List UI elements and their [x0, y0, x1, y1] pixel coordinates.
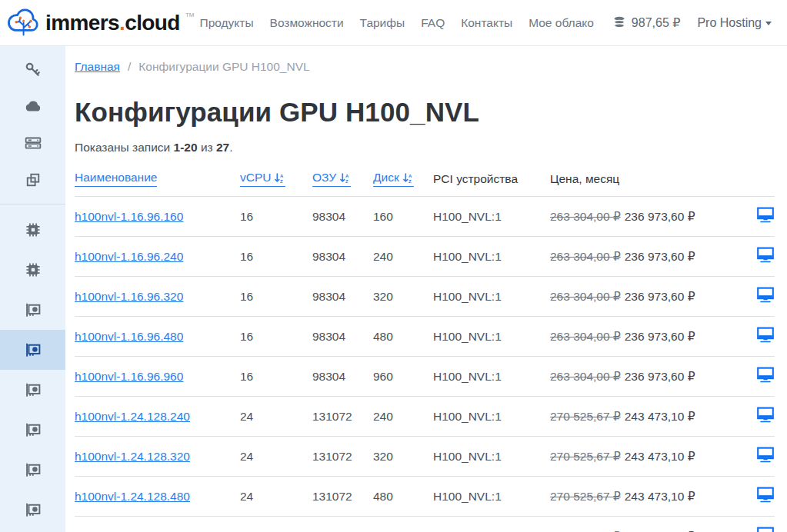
vcpu-cell: 16: [240, 197, 312, 237]
config-name-link[interactable]: h100nvl-1.24.128.240: [75, 410, 190, 423]
vcpu-cell: 16: [240, 317, 312, 357]
sort-link[interactable]: ДискAZ: [373, 171, 414, 187]
new-price: 236 973,60 ₽: [625, 290, 695, 303]
launch-config-button[interactable]: [756, 247, 775, 263]
price-cell: 523 432,67 ₽471 089,40 ₽: [550, 517, 755, 532]
svg-text:A: A: [409, 174, 412, 178]
ram-cell: 98304: [312, 197, 373, 237]
column-label: vCPU: [240, 171, 271, 185]
new-price: 243 473,10 ₽: [625, 450, 695, 463]
sidebar-item-gpu-card[interactable]: [0, 330, 65, 370]
table-row: h100nvl-1.24.128.24024131072240H100_NVL:…: [75, 397, 775, 437]
svg-text:A: A: [281, 174, 285, 178]
price-cell: 270 525,67 ₽243 473,10 ₽: [550, 437, 755, 477]
config-name-link[interactable]: h100nvl-1.16.96.240: [75, 250, 183, 263]
table-row: h100nvl-1.16.96.1601698304160H100_NVL:12…: [75, 197, 775, 237]
pci-cell: H100_NVL:1: [433, 477, 550, 517]
nav-item[interactable]: Тарифы: [360, 16, 405, 30]
new-price: 236 973,60 ₽: [625, 370, 695, 383]
svg-text:Z: Z: [345, 179, 348, 184]
sidebar-item-chip[interactable]: [0, 250, 65, 290]
monitor-icon: [756, 207, 775, 223]
monitor-icon: [756, 487, 775, 503]
sidebar-item-gpu-card[interactable]: [0, 450, 65, 490]
sidebar-item-cloud[interactable]: [0, 88, 65, 125]
column-header: ДискAZ: [373, 164, 433, 197]
new-price: 236 973,60 ₽: [625, 210, 695, 223]
nav-item[interactable]: Мое облако: [529, 16, 594, 30]
key-icon: [24, 61, 42, 78]
config-name-link[interactable]: h100nvl-1.16.96.960: [75, 370, 183, 383]
sidebar-item-gpu-card[interactable]: [0, 290, 65, 330]
nav-item[interactable]: Контакты: [461, 16, 512, 30]
new-price: 236 973,60 ₽: [625, 250, 695, 263]
nav-item[interactable]: Продукты: [200, 16, 254, 30]
pci-cell: H100_NVL:1: [433, 357, 550, 397]
column-label: Наименование: [75, 171, 157, 185]
account-menu[interactable]: Pro Hosting: [697, 16, 772, 30]
config-name-link[interactable]: h100nvl-1.24.128.480: [75, 490, 190, 503]
old-price: 263 304,00 ₽: [550, 210, 621, 223]
sidebar-item-copy[interactable]: [0, 161, 65, 198]
vcpu-cell: 24: [240, 517, 312, 532]
old-price: 263 304,00 ₽: [550, 330, 621, 343]
sidebar-item-gpu-card[interactable]: [0, 410, 65, 450]
sort-link[interactable]: vCPUAZ: [240, 171, 285, 187]
launch-config-button[interactable]: [756, 407, 775, 423]
old-price: 270 525,67 ₽: [550, 490, 621, 503]
disk-cell: 240: [373, 397, 433, 437]
column-header: Цена, месяц: [550, 164, 755, 197]
launch-config-button[interactable]: [756, 327, 775, 343]
config-name-link[interactable]: h100nvl-2.24.192.240: [75, 530, 190, 532]
copy-icon: [25, 171, 42, 188]
table-row: h100nvl-2.24.192.24024196608240H100_NVL:…: [75, 517, 775, 532]
old-price: 523 432,67 ₽: [550, 530, 621, 532]
logo[interactable]: immers.cloud TM: [6, 5, 194, 41]
svg-text:Z: Z: [281, 179, 284, 184]
pci-cell: H100_NVL:1: [433, 397, 550, 437]
launch-config-button[interactable]: [756, 527, 775, 532]
price-cell: 263 304,00 ₽236 973,60 ₽: [550, 277, 755, 317]
balance-indicator[interactable]: 987,65 ₽: [612, 15, 681, 30]
ram-cell: 131072: [312, 477, 373, 517]
config-name-link[interactable]: h100nvl-1.24.128.320: [75, 450, 190, 463]
config-name-link[interactable]: h100nvl-1.16.96.160: [75, 210, 183, 223]
sort-link[interactable]: ОЗУAZ: [312, 171, 351, 187]
launch-config-button[interactable]: [756, 487, 775, 503]
main-content: Главная / Конфигурации GPU H100_NVL Конф…: [65, 46, 787, 532]
pci-cell: H100_NVL:1: [433, 437, 550, 477]
vcpu-cell: 16: [240, 357, 312, 397]
column-header-actions: [755, 164, 775, 197]
sidebar-item-gpu-card[interactable]: [0, 370, 65, 410]
breadcrumb-separator: /: [128, 60, 131, 74]
new-price: 243 473,10 ₽: [625, 410, 695, 423]
gpu-card-icon: [24, 381, 42, 399]
sort-alpha-icon: AZ: [274, 171, 285, 184]
sidebar-item-gpu-card[interactable]: [0, 490, 65, 530]
logo-tm: TM: [185, 12, 195, 18]
table-header-row: НаименованиеvCPUAZОЗУAZДискAZPCI устройс…: [75, 164, 775, 197]
sidebar-item-servers[interactable]: [0, 125, 65, 161]
sort-link[interactable]: Наименование: [75, 171, 157, 187]
configurations-table: НаименованиеvCPUAZОЗУAZДискAZPCI устройс…: [75, 164, 775, 532]
launch-config-button[interactable]: [756, 287, 775, 303]
launch-config-button[interactable]: [756, 447, 775, 463]
nav-item[interactable]: FAQ: [421, 16, 445, 30]
table-row: h100nvl-1.16.96.4801698304480H100_NVL:12…: [75, 317, 775, 357]
price-cell: 270 525,67 ₽243 473,10 ₽: [550, 477, 755, 517]
breadcrumb-home-link[interactable]: Главная: [75, 60, 120, 74]
sidebar-item-chip[interactable]: [0, 210, 65, 250]
launch-config-button[interactable]: [756, 367, 775, 383]
chip-icon: [25, 261, 42, 278]
monitor-icon: [756, 327, 775, 343]
pci-cell: H100_NVL:1: [433, 277, 550, 317]
cloud-tree-logo-icon: [6, 5, 42, 41]
nav-item[interactable]: Возможности: [270, 16, 344, 30]
ram-cell: 98304: [312, 357, 373, 397]
monitor-icon: [756, 447, 775, 463]
config-name-link[interactable]: h100nvl-1.16.96.480: [75, 330, 183, 343]
results-summary: Показаны записи 1-20 из 27.: [75, 141, 775, 155]
launch-config-button[interactable]: [756, 207, 775, 223]
config-name-link[interactable]: h100nvl-1.16.96.320: [75, 290, 183, 303]
sidebar-item-key[interactable]: [0, 51, 65, 88]
